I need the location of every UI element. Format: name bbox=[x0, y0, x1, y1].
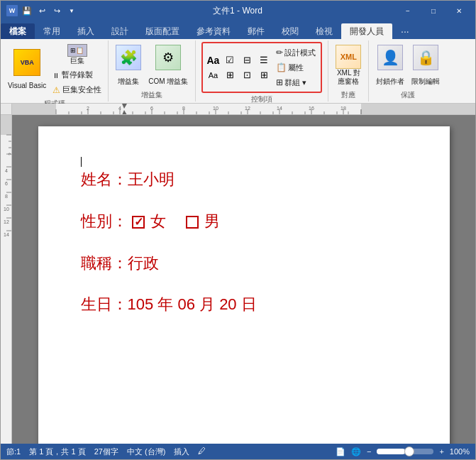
block-authors-btn[interactable]: 👤 封鎖作者 bbox=[373, 43, 407, 88]
xml-map-btn[interactable]: XML XML 對應窗格 bbox=[333, 43, 364, 88]
controls-box: Aa Aa ☑ ⊞ ⊟ ⊡ bbox=[201, 42, 322, 93]
ctrl-icon-2[interactable]: ⊞ bbox=[222, 68, 238, 82]
ruler-h-svg: 2 4 6 8 bbox=[12, 104, 475, 115]
ctrl-icon-5[interactable]: ☰ bbox=[256, 53, 272, 67]
tab-view[interactable]: 檢視 bbox=[307, 23, 341, 39]
pause-macro-btn[interactable]: ⏸ 暫停錄製 bbox=[50, 68, 104, 82]
xml-icon: XML bbox=[336, 45, 361, 69]
ruler-corner bbox=[1, 104, 12, 115]
window-title: 文件1 - Word bbox=[78, 5, 397, 17]
content-row: 2 4 6 8 10 12 14 bbox=[1, 115, 475, 459]
properties-btn[interactable]: 📋 屬性 bbox=[273, 60, 319, 75]
ctrl-icons-3: ☰ ⊞ bbox=[256, 53, 272, 82]
customize-quick-btn[interactable]: ▼ bbox=[65, 4, 78, 17]
close-btn[interactable]: ✕ bbox=[448, 4, 470, 18]
tab-file[interactable]: 檔案 bbox=[1, 23, 35, 39]
ctrl-icon-6[interactable]: ⊞ bbox=[256, 68, 272, 82]
svg-text:12: 12 bbox=[4, 219, 9, 224]
text-cursor bbox=[81, 157, 82, 167]
word-count: 27個字 bbox=[94, 447, 118, 457]
addins-icon: 🧩 bbox=[116, 45, 141, 70]
doc-line-title: 職稱：行政 bbox=[81, 253, 407, 275]
doc-line-gender: 性別： ✓ 女 男 bbox=[81, 211, 407, 233]
visual-basic-btn[interactable]: VBA Visual Basic bbox=[5, 47, 49, 92]
zoom-out-btn[interactable]: − bbox=[367, 447, 371, 456]
macro-security-label: 巨集安全性 bbox=[62, 85, 101, 95]
mapping-group-body: XML XML 對應窗格 bbox=[333, 40, 364, 90]
macro-btn[interactable]: ⊞📋 巨集 bbox=[50, 42, 104, 67]
svg-text:8: 8 bbox=[182, 106, 185, 111]
ctrl-icon-1[interactable]: ☑ bbox=[222, 53, 238, 67]
tab-design[interactable]: 設計 bbox=[103, 23, 137, 39]
zoom-in-btn[interactable]: + bbox=[439, 447, 443, 456]
svg-text:14: 14 bbox=[4, 232, 9, 237]
controls-row-1: Aa Aa ☑ ⊞ ⊟ ⊡ bbox=[205, 45, 319, 89]
word-app-icon: W bbox=[6, 5, 18, 16]
svg-text:18: 18 bbox=[341, 106, 346, 111]
minimize-btn[interactable]: − bbox=[397, 4, 419, 18]
document-scroll-area[interactable]: 姓名：王小明 性別： ✓ 女 男 職稱：行政 bbox=[12, 115, 475, 459]
save-quick-btn[interactable]: 💾 bbox=[21, 4, 33, 17]
svg-text:2: 2 bbox=[87, 106, 89, 111]
restore-btn[interactable]: □ bbox=[423, 4, 444, 18]
page-wrapper: 姓名：王小明 性別： ✓ 女 男 職稱：行政 bbox=[12, 115, 475, 459]
page-info: 第 1 頁，共 1 頁 bbox=[29, 447, 85, 457]
tab-more[interactable]: ··· bbox=[392, 23, 418, 39]
ruler-horizontal: 2 4 6 8 bbox=[12, 104, 475, 115]
language: 中文 (台灣) bbox=[127, 447, 165, 457]
checkbox-female[interactable]: ✓ bbox=[132, 216, 145, 229]
doc-line-name: 姓名：王小明 bbox=[81, 169, 407, 191]
tab-home[interactable]: 常用 bbox=[35, 23, 69, 39]
ribbon-group-controls: Aa Aa ☑ ⊞ ⊟ ⊡ bbox=[196, 40, 328, 102]
com-addins-btn[interactable]: ⚙ COM 增益集 bbox=[145, 43, 191, 88]
title-bar-left: W 💾 ↩ ↪ ▼ bbox=[6, 4, 78, 17]
macro-security-btn[interactable]: ⚠ 巨集安全性 bbox=[50, 83, 104, 97]
zoom-level: 100% bbox=[450, 447, 470, 456]
svg-rect-2 bbox=[361, 104, 475, 115]
addins-btn[interactable]: 🧩 增益集 bbox=[113, 43, 144, 88]
svg-text:4: 4 bbox=[118, 106, 121, 111]
redo-quick-btn[interactable]: ↪ bbox=[50, 4, 63, 17]
ctrl-icon-4[interactable]: ⊡ bbox=[239, 68, 255, 82]
view-print-btn[interactable]: 📄 bbox=[336, 447, 345, 456]
view-web-btn[interactable]: 🌐 bbox=[351, 447, 361, 456]
ribbon-group-addins: 🧩 增益集 ⚙ COM 增益集 增益集 bbox=[109, 40, 196, 102]
svg-text:14: 14 bbox=[277, 106, 282, 111]
svg-text:6: 6 bbox=[150, 106, 153, 111]
female-label: 女 bbox=[150, 212, 182, 230]
svg-text:6: 6 bbox=[5, 181, 8, 186]
title-bar: W 💾 ↩ ↪ ▼ 文件1 - Word − □ ✕ bbox=[1, 1, 475, 21]
ctrl-icon-3[interactable]: ⊟ bbox=[239, 53, 255, 67]
design-mode-btn[interactable]: ✏ 設計模式 bbox=[273, 45, 319, 60]
undo-quick-btn[interactable]: ↩ bbox=[35, 4, 48, 17]
app-window: W 💾 ↩ ↪ ▼ 文件1 - Word − □ ✕ 檔案 常用 插入 設計 版… bbox=[0, 0, 476, 460]
tab-developer[interactable]: 開發人員 bbox=[341, 23, 392, 39]
section-info: 節:1 bbox=[6, 447, 21, 457]
ribbon-group-protect: 👤 封鎖作者 🔒 限制編輯 保護 bbox=[369, 40, 447, 102]
workspace: 2 4 6 8 bbox=[1, 104, 475, 459]
doc-line-birthday: 生日：105 年 06 月 20 日 bbox=[81, 294, 407, 316]
group-btn[interactable]: ⊞ 群組 ▾ bbox=[273, 75, 319, 89]
ruler-v-svg: 2 4 6 8 10 12 14 bbox=[1, 115, 12, 456]
quick-access-toolbar: 💾 ↩ ↪ ▼ bbox=[21, 4, 78, 17]
aa-small-btn[interactable]: Aa bbox=[205, 68, 221, 82]
restrict-editing-btn[interactable]: 🔒 限制編輯 bbox=[409, 43, 443, 88]
tab-layout[interactable]: 版面配置 bbox=[137, 23, 188, 39]
tab-references[interactable]: 參考資料 bbox=[188, 23, 239, 39]
track-changes-icon: 🖊 bbox=[198, 447, 206, 457]
zoom-slider[interactable] bbox=[377, 449, 433, 454]
tab-mailings[interactable]: 郵件 bbox=[239, 23, 273, 39]
group-label: 群組 ▾ bbox=[284, 77, 306, 88]
ribbon-group-code: VBA Visual Basic ⊞📋 巨集 ⏸ 暫停錄製 bbox=[1, 40, 109, 102]
svg-text:10: 10 bbox=[213, 106, 218, 111]
aa-buttons: Aa Aa bbox=[205, 53, 221, 82]
controls-group-body: Aa Aa ☑ ⊞ ⊟ ⊡ bbox=[200, 40, 323, 94]
title-label: 職稱：行政 bbox=[81, 254, 159, 272]
checkbox-male[interactable] bbox=[186, 216, 199, 229]
svg-text:8: 8 bbox=[5, 194, 8, 199]
status-bar: 節:1 第 1 頁，共 1 頁 27個字 中文 (台灣) 插入 🖊 📄 🌐 − … bbox=[1, 444, 475, 459]
pause-macro-label: 暫停錄製 bbox=[62, 70, 93, 80]
tab-insert[interactable]: 插入 bbox=[69, 23, 103, 39]
tab-review[interactable]: 校閱 bbox=[273, 23, 307, 39]
aa-large-btn[interactable]: Aa bbox=[205, 53, 221, 67]
